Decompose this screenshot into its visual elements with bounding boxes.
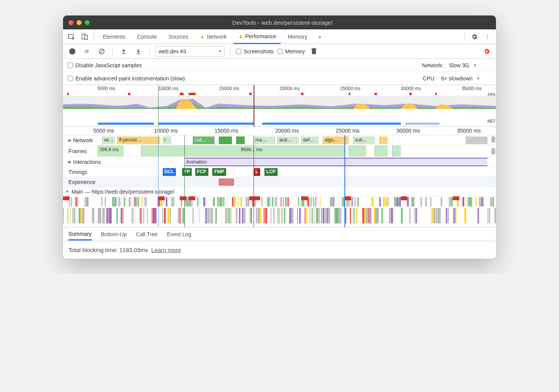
load-profile-button[interactable] (118, 46, 129, 57)
minimize-icon[interactable] (77, 20, 82, 25)
window-title: DevTools - web.dev/persistent-storage/ (97, 19, 467, 26)
timing-l[interactable]: L (254, 168, 260, 176)
svg-rect-9 (313, 48, 315, 49)
kebab-menu-icon[interactable]: ⋮ (482, 31, 493, 42)
cpu-band (63, 96, 496, 109)
svg-rect-8 (311, 49, 317, 49)
timings-track[interactable]: Timings DCL FP FCP FMP L LCP (63, 167, 496, 177)
network-throttle-select[interactable]: Slow 3G (449, 62, 491, 68)
svg-rect-6 (136, 53, 140, 54)
timeline-ruler[interactable]: 5000 ms 10000 ms 15000 ms 20000 ms 25000… (63, 127, 496, 135)
save-profile-button[interactable] (133, 46, 144, 57)
inspect-icon[interactable] (66, 31, 77, 42)
close-icon[interactable] (68, 20, 73, 25)
net-band (63, 122, 496, 126)
svg-rect-2 (85, 35, 87, 39)
experience-track[interactable]: Experience (63, 177, 496, 187)
network-track[interactable]: ▶Network ve… ff-persist… l coll… ma… and… (63, 135, 496, 145)
tab-call-tree[interactable]: Call Tree (136, 231, 158, 237)
titlebar: DevTools - web.dev/persistent-storage/ (63, 15, 496, 29)
panel-tabbar: Elements Console Sources ▲Network ▲Perfo… (63, 29, 496, 44)
tab-event-log[interactable]: Event Log (167, 231, 191, 237)
marker-line (158, 85, 158, 126)
tab-performance[interactable]: ▲Performance (233, 29, 281, 44)
devtools-window: DevTools - web.dev/persistent-storage/ E… (63, 15, 496, 259)
cpu-throttle-select[interactable]: 6× slowdown (441, 75, 491, 82)
network-throttle-label: Network: (422, 62, 443, 68)
screenshots-checkbox[interactable]: Screenshots (236, 48, 274, 55)
tab-memory[interactable]: Memory (283, 29, 312, 44)
overview-ruler: 5000 ms 10000 ms 15000 ms 20000 ms 25000… (63, 85, 496, 93)
disable-js-checkbox[interactable]: Disable JavaScript samples (68, 62, 142, 68)
enable-paint-checkbox[interactable]: Enable advanced paint instrumentation (s… (68, 75, 185, 82)
warning-icon: ▲ (200, 34, 205, 39)
tab-elements[interactable]: Elements (98, 29, 130, 44)
reload-record-button[interactable]: ⟳ (82, 46, 92, 57)
main-flame-chart[interactable] (63, 196, 496, 227)
tbt-value: 1183.03ms (119, 247, 148, 253)
capture-settings-icon[interactable] (481, 46, 492, 57)
options-row-1: Disable JavaScript samples Network: Slow… (63, 59, 496, 72)
timing-fmp[interactable]: FMP (212, 168, 226, 176)
profile-select[interactable]: web.dev #3 (155, 46, 225, 56)
record-button[interactable] (67, 46, 78, 57)
learn-more-link[interactable]: Learn more (151, 247, 181, 253)
device-toggle-icon[interactable] (79, 31, 90, 42)
memory-checkbox[interactable]: Memory (278, 48, 305, 55)
timing-fp[interactable]: FP (182, 168, 192, 176)
tab-network[interactable]: ▲Network (195, 29, 231, 44)
timing-lcp[interactable]: LCP (264, 168, 278, 176)
perf-toolbar: ⟳ web.dev #3 Screenshots Memory (63, 44, 496, 59)
zoom-icon[interactable] (85, 20, 90, 25)
more-tabs-icon[interactable]: » (314, 31, 325, 42)
options-row-2: Enable advanced paint instrumentation (s… (63, 72, 496, 85)
traffic-lights (68, 20, 90, 25)
svg-line-4 (100, 49, 104, 53)
main-track-header[interactable]: ▼Main — https://web.dev/persistent-stora… (63, 187, 496, 196)
timing-fcp[interactable]: FCP (195, 168, 208, 176)
svg-rect-7 (312, 49, 316, 54)
svg-rect-5 (122, 53, 126, 54)
timing-dcl[interactable]: DCL (163, 168, 176, 176)
tab-summary[interactable]: Summary (68, 231, 92, 240)
tab-bottom-up[interactable]: Bottom-Up (101, 231, 127, 237)
garbage-collect-button[interactable] (308, 46, 319, 57)
overview-pane[interactable]: 5000 ms 10000 ms 15000 ms 20000 ms 25000… (63, 85, 496, 127)
warning-icon: ▲ (238, 33, 243, 39)
interactions-track[interactable]: ▶Interactions Animation (63, 157, 496, 167)
details-tabbar: Summary Bottom-Up Call Tree Event Log (63, 227, 496, 241)
tbt-label: Total blocking time: (68, 247, 119, 253)
summary-panel: Total blocking time: 1183.03ms Learn mor… (63, 241, 496, 259)
tab-sources[interactable]: Sources (164, 29, 193, 44)
marker-line (254, 85, 254, 126)
frames-track[interactable]: Frames 399.8 ms 9596.1 ms (63, 145, 496, 157)
settings-icon[interactable] (469, 31, 480, 42)
tab-console[interactable]: Console (132, 29, 161, 44)
clear-button[interactable] (96, 46, 107, 57)
tracks-area[interactable]: ▶Network ve… ff-persist… l coll… ma… and… (63, 135, 496, 227)
experience-cls-marker[interactable] (219, 179, 234, 186)
cpu-throttle-label: CPU: (423, 75, 436, 82)
